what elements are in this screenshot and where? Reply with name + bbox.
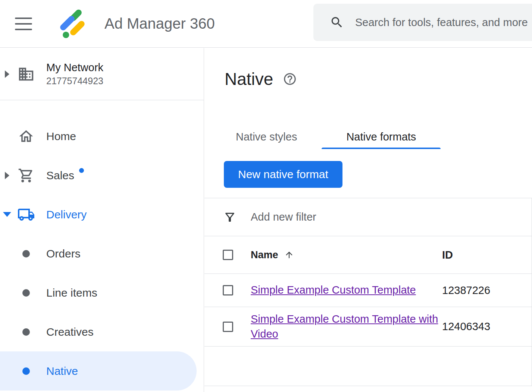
tab-native-styles[interactable]: Native styles (211, 124, 322, 149)
expand-right-arrow-icon (0, 172, 14, 179)
table-row: Simple Example Custom Template with Vide… (204, 307, 532, 347)
sidebar-item-line-items[interactable]: Line items (0, 273, 204, 312)
home-icon (17, 128, 35, 145)
sidebar-item-creatives[interactable]: Creatives (0, 312, 204, 351)
search-icon (330, 15, 344, 29)
sidebar-item-label: Sales (46, 169, 74, 182)
table-header-row: Name ID (204, 236, 532, 274)
ad-manager-logo-icon (55, 7, 90, 41)
select-all-checkbox[interactable] (223, 250, 233, 260)
expand-down-arrow-icon (0, 212, 14, 217)
shopping-cart-icon (17, 167, 35, 184)
sidebar-item-native[interactable]: Native (0, 351, 197, 391)
page-title: Native (225, 69, 273, 89)
app-title: Ad Manager 360 (104, 15, 215, 32)
id-column-header: ID (442, 249, 453, 261)
sidebar-item-sales[interactable]: Sales (0, 156, 204, 195)
tab-bar: Native styles Native formats (204, 124, 532, 149)
sort-up-arrow-icon (284, 250, 294, 260)
bullet-dot-icon (17, 289, 35, 297)
search-bar[interactable] (313, 4, 532, 41)
add-filter-bar[interactable]: Add new filter (204, 198, 532, 236)
network-building-icon (17, 66, 35, 83)
table-row: Simple Example Custom Template 12387226 (204, 274, 532, 307)
add-filter-label: Add new filter (251, 211, 316, 223)
sidebar-item-label: Line items (46, 287, 97, 299)
native-format-id: 12406343 (442, 320, 490, 333)
delivery-truck-icon (17, 206, 35, 224)
search-input[interactable] (354, 16, 532, 29)
sidebar-item-label: Creatives (46, 326, 94, 338)
sidebar: My Network 21775744923 Home Sales Delive (0, 48, 204, 392)
bullet-dot-icon (17, 328, 35, 336)
sidebar-item-home[interactable]: Home (0, 117, 204, 156)
bullet-dot-icon (17, 250, 35, 257)
sidebar-item-label: Orders (46, 247, 81, 260)
new-native-format-button[interactable]: New native format (224, 161, 342, 188)
table-empty-space (204, 347, 532, 386)
name-column-header[interactable]: Name (251, 249, 442, 261)
sidebar-item-label: Delivery (46, 208, 87, 221)
main-content: Native Native styles Native formats New … (204, 48, 532, 392)
native-formats-table: Add new filter Name ID Simple Example Cu… (204, 198, 532, 386)
sidebar-nav: Home Sales Delivery Orders Line items (0, 100, 204, 391)
sidebar-item-delivery[interactable]: Delivery (0, 195, 204, 234)
network-selector[interactable]: My Network 21775744923 (0, 48, 204, 100)
network-id: 21775744923 (46, 76, 103, 86)
help-icon[interactable] (283, 72, 297, 86)
bullet-dot-icon (17, 367, 35, 375)
filter-funnel-icon (223, 211, 237, 224)
topbar: Ad Manager 360 (0, 0, 532, 48)
row-checkbox[interactable] (223, 285, 233, 295)
hamburger-menu-icon[interactable] (15, 18, 32, 30)
tab-native-formats[interactable]: Native formats (322, 124, 441, 149)
native-format-id: 12387226 (442, 284, 490, 297)
sidebar-item-label: Home (46, 130, 76, 143)
sidebar-item-orders[interactable]: Orders (0, 234, 204, 273)
native-format-link[interactable]: Simple Example Custom Template with Vide… (251, 313, 438, 339)
sidebar-item-label: Native (46, 365, 78, 377)
row-checkbox[interactable] (223, 322, 233, 332)
network-name: My Network (46, 61, 103, 74)
native-format-link[interactable]: Simple Example Custom Template (251, 284, 416, 296)
notification-dot (79, 168, 84, 173)
expand-right-arrow-icon (0, 70, 14, 78)
